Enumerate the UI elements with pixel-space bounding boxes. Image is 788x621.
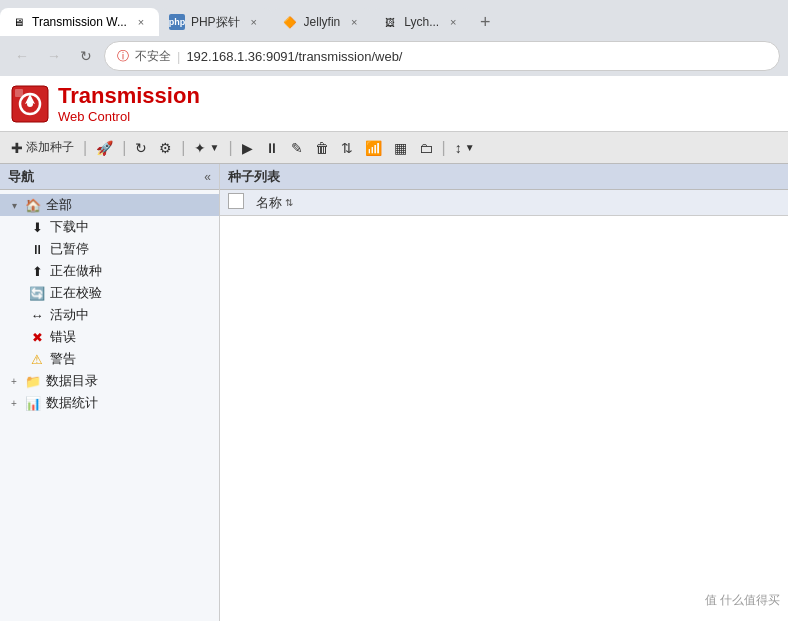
tab-transmission-close[interactable]: × <box>133 14 149 30</box>
stats-icon: 📊 <box>24 396 42 411</box>
tab-lych-favicon: 🖼 <box>382 14 398 30</box>
delete-button[interactable]: 🗑 <box>310 136 334 160</box>
select-all-checkbox[interactable] <box>228 193 244 209</box>
tab-php-title: PHP探针 <box>191 14 240 31</box>
share-button[interactable]: 🗀 <box>414 136 438 160</box>
col-name-label: 名称 <box>256 194 282 212</box>
error-icon: ✖ <box>28 330 46 345</box>
security-icon: ⓘ <box>117 48 129 65</box>
sidebar-item-datastats[interactable]: + 📊 数据统计 <box>0 392 219 414</box>
rocket-button[interactable]: 🚀 <box>91 136 118 160</box>
warning-icon: ⚠ <box>28 352 46 367</box>
tab-transmission-title: Transmission W... <box>32 15 127 29</box>
reload-button[interactable]: ↻ <box>72 42 100 70</box>
tab-php[interactable]: php PHP探针 × <box>159 8 272 36</box>
settings-icon: ⚙ <box>159 140 172 156</box>
sort-dropdown-icon: ▼ <box>465 142 475 153</box>
sidebar-header: 导航 « <box>0 164 219 190</box>
sidebar-item-active-label: 活动中 <box>50 306 211 324</box>
sidebar-item-all-label: 全部 <box>46 196 211 214</box>
torrent-list-title: 种子列表 <box>228 168 280 186</box>
refresh-icon: ↻ <box>135 140 147 156</box>
pause-button[interactable]: ⏸ <box>260 136 284 160</box>
delete-icon: 🗑 <box>315 140 329 156</box>
app-header: Transmission Web Control <box>0 76 788 132</box>
plugin-button[interactable]: ✦ ▼ <box>189 136 224 160</box>
tab-php-favicon: php <box>169 14 185 30</box>
columns-icon: ▦ <box>394 140 407 156</box>
add-torrent-button[interactable]: ✚ 添加种子 <box>6 136 79 160</box>
torrent-list-header: 种子列表 <box>220 164 788 190</box>
tab-php-close[interactable]: × <box>246 14 262 30</box>
sep2: | <box>122 139 126 157</box>
columns-button[interactable]: ▦ <box>389 136 412 160</box>
sidebar-item-checking[interactable]: 🔄 正在校验 <box>0 282 219 304</box>
torrent-list: 种子列表 名称 ⇅ <box>220 164 788 621</box>
sidebar-item-datadir-label: 数据目录 <box>46 372 211 390</box>
sidebar-item-error-label: 错误 <box>50 328 211 346</box>
seed-icon: ⬆ <box>28 264 46 279</box>
tab-lych[interactable]: 🖼 Lych... × <box>372 8 471 36</box>
forward-button[interactable]: → <box>40 42 68 70</box>
torrent-table-header: 名称 ⇅ <box>220 190 788 216</box>
back-button[interactable]: ← <box>8 42 36 70</box>
signal-button[interactable]: 📶 <box>360 136 387 160</box>
tab-lych-close[interactable]: × <box>445 14 461 30</box>
signal-icon: 📶 <box>365 140 382 156</box>
tab-jellyfin-title: Jellyfin <box>304 15 341 29</box>
col-check <box>228 193 248 212</box>
home-icon: 🏠 <box>24 198 42 213</box>
edit-icon: ✎ <box>291 140 303 156</box>
tree-toggle-all: ▾ <box>8 200 20 211</box>
settings-button[interactable]: ⚙ <box>154 136 177 160</box>
tab-jellyfin-close[interactable]: × <box>346 14 362 30</box>
svg-rect-4 <box>15 89 23 97</box>
sidebar-item-seeding[interactable]: ⬆ 正在做种 <box>0 260 219 282</box>
refresh-button[interactable]: ↻ <box>130 136 152 160</box>
sidebar-item-warning[interactable]: ⚠ 警告 <box>0 348 219 370</box>
app: Transmission Web Control ✚ 添加种子 | 🚀 | ↻ … <box>0 76 788 621</box>
new-tab-button[interactable]: + <box>471 8 499 36</box>
sidebar-item-datadir[interactable]: + 📁 数据目录 <box>0 370 219 392</box>
watermark: 值 什么值得买 <box>705 592 780 609</box>
app-logo-icon <box>10 84 50 124</box>
sidebar-item-paused-label: 已暂停 <box>50 240 211 258</box>
download-icon: ⬇ <box>28 220 46 235</box>
tab-jellyfin[interactable]: 🔶 Jellyfin × <box>272 8 373 36</box>
play-icon: ▶ <box>242 140 253 156</box>
sort-button[interactable]: ↕ ▼ <box>450 136 480 160</box>
edit-button[interactable]: ✎ <box>286 136 308 160</box>
torrent-body <box>220 216 788 621</box>
sidebar-item-all[interactable]: ▾ 🏠 全部 <box>0 194 219 216</box>
add-torrent-label: 添加种子 <box>26 139 74 156</box>
tree-toggle-datadir: + <box>8 376 20 387</box>
tab-lych-title: Lych... <box>404 15 439 29</box>
app-title-main: Transmission <box>58 83 200 109</box>
sidebar-item-active[interactable]: ↔ 活动中 <box>0 304 219 326</box>
url-text: 192.168.1.36:9091/transmission/web/ <box>186 49 402 64</box>
sidebar-item-downloading[interactable]: ⬇ 下载中 <box>0 216 219 238</box>
play-button[interactable]: ▶ <box>237 136 258 160</box>
sidebar-collapse-button[interactable]: « <box>204 170 211 184</box>
pause-state-icon: ⏸ <box>28 242 46 257</box>
tab-transmission[interactable]: 🖥 Transmission W... × <box>0 8 159 36</box>
check-icon: 🔄 <box>28 286 46 301</box>
url-bar[interactable]: ⓘ 不安全 | 192.168.1.36:9091/transmission/w… <box>104 41 780 71</box>
main-area: 导航 « ▾ 🏠 全部 ⬇ 下载中 ⏸ <box>0 164 788 621</box>
sep5: | <box>442 139 446 157</box>
sidebar-title: 导航 <box>8 168 34 186</box>
sidebar-item-seeding-label: 正在做种 <box>50 262 211 280</box>
rocket-icon: 🚀 <box>96 140 113 156</box>
tab-bar: 🖥 Transmission W... × php PHP探针 × 🔶 Jell… <box>0 0 788 36</box>
col-name[interactable]: 名称 ⇅ <box>256 194 780 212</box>
pause-icon: ⏸ <box>265 140 279 156</box>
sidebar-item-error[interactable]: ✖ 错误 <box>0 326 219 348</box>
tab-transmission-favicon: 🖥 <box>10 14 26 30</box>
share-icon: 🗀 <box>419 140 433 156</box>
sort-icon: ↕ <box>455 140 462 156</box>
reorder-button[interactable]: ⇅ <box>336 136 358 160</box>
url-separator: | <box>177 49 180 64</box>
sidebar-item-paused[interactable]: ⏸ 已暂停 <box>0 238 219 260</box>
plugin-icon: ✦ <box>194 140 206 156</box>
sidebar-item-checking-label: 正在校验 <box>50 284 211 302</box>
